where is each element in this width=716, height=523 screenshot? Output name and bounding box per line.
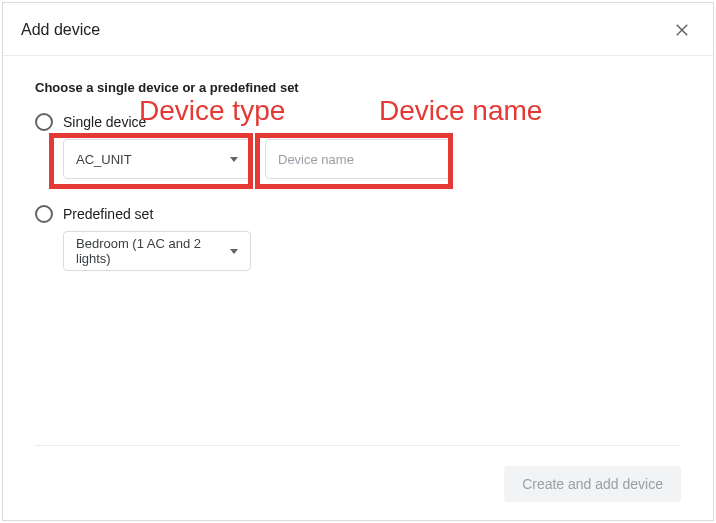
dialog-title: Add device bbox=[21, 21, 100, 39]
dialog-header: Add device bbox=[3, 3, 713, 56]
close-button[interactable] bbox=[669, 17, 695, 43]
dialog-footer-area: Create and add device bbox=[3, 445, 713, 520]
chevron-down-icon bbox=[230, 157, 238, 162]
single-device-controls: AC_UNIT bbox=[63, 139, 681, 179]
chevron-down-icon bbox=[230, 249, 238, 254]
content-subtitle: Choose a single device or a predefined s… bbox=[35, 80, 681, 95]
predefined-set-label[interactable]: Predefined set bbox=[63, 206, 153, 222]
single-device-label[interactable]: Single device bbox=[63, 114, 146, 130]
footer-actions: Create and add device bbox=[3, 446, 713, 520]
predefined-set-value: Bedroom (1 AC and 2 lights) bbox=[76, 236, 230, 266]
device-type-select[interactable]: AC_UNIT bbox=[63, 139, 251, 179]
single-device-option: Single device bbox=[35, 113, 681, 131]
device-name-input[interactable] bbox=[265, 139, 453, 179]
single-device-radio[interactable] bbox=[35, 113, 53, 131]
predefined-set-controls: Bedroom (1 AC and 2 lights) bbox=[63, 231, 681, 271]
annotation-device-name-label: Device name bbox=[379, 95, 542, 127]
predefined-set-radio[interactable] bbox=[35, 205, 53, 223]
device-type-value: AC_UNIT bbox=[76, 152, 230, 167]
close-icon bbox=[673, 21, 691, 39]
add-device-dialog: Add device Choose a single device or a p… bbox=[2, 2, 714, 521]
create-and-add-button[interactable]: Create and add device bbox=[504, 466, 681, 502]
predefined-set-option: Predefined set bbox=[35, 205, 681, 223]
predefined-set-select[interactable]: Bedroom (1 AC and 2 lights) bbox=[63, 231, 251, 271]
annotation-device-type-label: Device type bbox=[139, 95, 285, 127]
